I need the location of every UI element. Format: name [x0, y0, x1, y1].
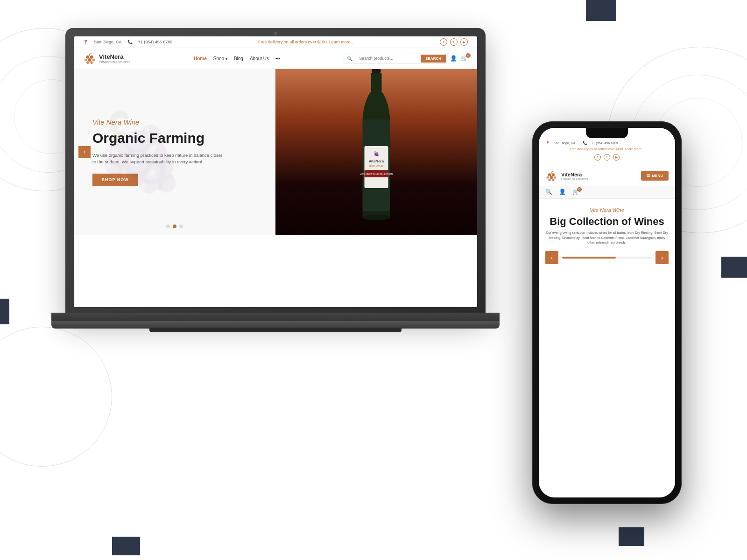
topbar-social: f t ▶: [440, 38, 468, 46]
hero-dot-3[interactable]: [179, 224, 183, 228]
svg-point-0: [86, 56, 89, 59]
hero-prev-btn[interactable]: ‹: [78, 146, 91, 158]
phone-hero-title: Big Collection of Wines: [545, 216, 669, 228]
phone-text: +1 (954) 456 6789: [138, 40, 173, 44]
bg-rect-mid-left: [0, 299, 9, 324]
nav-shop[interactable]: Shop ▾: [213, 56, 227, 61]
site-logo: ViteNera Passion for Exellence: [83, 52, 130, 65]
hero-left: ‹ 🍇 Vite Nera Wine Organic Farming We us…: [74, 69, 275, 235]
phone-hero-prev[interactable]: ‹: [545, 251, 558, 264]
phone-location-row: 📍 San Diego, CA 📞 +1 (954) 456 6789: [545, 141, 669, 145]
site-topbar: 📍 San Diego, CA 📞 +1 (954) 456 6789 Free…: [74, 36, 477, 48]
phone-learn-more[interactable]: Learn more...: [625, 147, 644, 151]
svg-point-22: [550, 176, 553, 179]
phone-social-icons: f t ▶: [545, 154, 669, 161]
svg-rect-10: [371, 73, 382, 91]
laptop-hinge: [149, 328, 402, 332]
svg-point-6: [90, 61, 93, 64]
bg-rect-mid-right: [721, 257, 747, 278]
svg-text:ViteNera: ViteNera: [369, 159, 384, 163]
phone-phone-number: +1 (954) 456 6789: [591, 141, 618, 145]
hero-watermark: 🍇: [94, 108, 187, 196]
laptop: 📍 San Diego, CA 📞 +1 (954) 456 6789 Free…: [65, 28, 495, 392]
phone-icon: 📞: [127, 40, 133, 44]
svg-point-19: [362, 215, 390, 220]
wine-bottle-illustration: 🍇 ViteNera RED WINE VITE NERA WINE SELEC…: [354, 69, 399, 235]
phone-screen: 📍 San Diego, CA 📞 +1 (954) 456 6789 Free…: [539, 128, 675, 497]
svg-point-2: [88, 58, 92, 62]
learn-more-link[interactable]: Learn more...: [329, 40, 354, 44]
location-icon: 📍: [83, 40, 88, 44]
phone-website: 📍 San Diego, CA 📞 +1 (954) 456 6789 Free…: [539, 128, 675, 497]
phone-location: San Diego, CA: [554, 141, 575, 145]
svg-text:VITE NERA WINE SELECTION: VITE NERA WINE SELECTION: [360, 173, 393, 175]
phone-cart-icon[interactable]: 🛒 0: [572, 189, 579, 195]
search-button[interactable]: SEARCH: [421, 55, 446, 63]
twitter-icon[interactable]: t: [450, 38, 458, 46]
svg-text:🍇: 🍇: [374, 151, 380, 157]
phone-user-icon[interactable]: 👤: [559, 189, 566, 195]
location-text: San Diego, CA: [94, 40, 122, 44]
site-navbar: ViteNera Passion for Exellence Home Shop…: [74, 48, 477, 69]
laptop-screen: 📍 San Diego, CA 📞 +1 (954) 456 6789 Free…: [74, 36, 477, 307]
svg-point-3: [85, 59, 87, 62]
phone-notch: [586, 128, 628, 138]
website: 📍 San Diego, CA 📞 +1 (954) 456 6789 Free…: [74, 36, 477, 307]
phone-hero: Vite Nera Wine Big Collection of Wines O…: [539, 199, 675, 271]
svg-point-20: [548, 173, 551, 176]
topbar-left: 📍 San Diego, CA 📞 +1 (954) 456 6789: [83, 40, 172, 44]
hero-dots: [166, 224, 183, 228]
phone-nav-icons-row: 🔍 👤 🛒 0: [539, 186, 675, 198]
hero-dot-2[interactable]: [173, 224, 176, 228]
phone-hero-nav: ‹ ›: [545, 251, 669, 264]
phone-facebook-icon[interactable]: f: [594, 154, 601, 161]
svg-line-8: [90, 53, 92, 54]
nav-about[interactable]: About Us: [250, 56, 269, 61]
phone-hero-next[interactable]: ›: [655, 251, 669, 264]
phone-location-icon: 📍: [545, 141, 550, 145]
phone-search-icon[interactable]: 🔍: [545, 189, 552, 195]
site-hero: ‹ 🍇 Vite Nera Wine Organic Farming We us…: [74, 69, 477, 235]
phone-twitter-icon[interactable]: t: [604, 154, 610, 161]
hamburger-icon: ☰: [647, 174, 650, 178]
svg-point-25: [549, 179, 551, 181]
hero-dot-1[interactable]: [166, 224, 170, 228]
cart-icon[interactable]: 🛒: [461, 55, 468, 62]
facebook-icon[interactable]: f: [440, 38, 447, 46]
topbar-center: Free delivery on all orders over $150. L…: [258, 40, 354, 44]
phone-hero-description: Our ever-growing selection includes wine…: [545, 231, 669, 245]
nav-home[interactable]: Home: [194, 56, 207, 61]
nav-more[interactable]: •••: [275, 56, 281, 61]
user-icon[interactable]: 👤: [450, 55, 457, 62]
svg-text:RED WINE: RED WINE: [369, 165, 383, 168]
svg-point-1: [90, 56, 93, 59]
phone-body: 📍 San Diego, CA 📞 +1 (954) 456 6789 Free…: [532, 121, 682, 504]
bg-rect-top: [586, 0, 616, 21]
svg-point-24: [554, 176, 556, 178]
svg-point-21: [552, 173, 555, 176]
logo-grape-icon: [83, 52, 96, 65]
phone-youtube-icon[interactable]: ▶: [613, 154, 620, 161]
svg-point-23: [547, 176, 549, 178]
youtube-icon[interactable]: ▶: [460, 38, 468, 46]
phone-hero-subtitle: Vite Nera Wine: [545, 207, 669, 213]
svg-rect-9: [372, 69, 381, 73]
svg-line-28: [551, 171, 553, 172]
phone-logo-grape-icon: [545, 170, 557, 182]
site-search[interactable]: 🔍 SEARCH: [344, 54, 446, 63]
site-nav: Home Shop ▾ Blog About Us •••: [194, 56, 281, 61]
scene-container: 📍 San Diego, CA 📞 +1 (954) 456 6789 Free…: [65, 28, 682, 523]
laptop-camera: [274, 32, 277, 35]
bg-rect-bottom-left: [112, 537, 140, 555]
nav-blog[interactable]: Blog: [234, 56, 243, 61]
logo-text: ViteNera Passion for Exellence: [99, 53, 130, 63]
phone-delivery-text: Free delivery on all orders over $150. L…: [545, 147, 669, 152]
phone-menu-button[interactable]: ☰ MENU: [641, 171, 669, 181]
search-input[interactable]: [355, 54, 421, 63]
bg-rect-bottom-right: [619, 527, 644, 546]
phone-logo-text: ViteNera Passion for Exellence: [561, 172, 588, 180]
svg-point-4: [92, 59, 95, 62]
laptop-base: [51, 313, 500, 322]
svg-point-26: [552, 179, 554, 181]
laptop-body: 📍 San Diego, CA 📞 +1 (954) 456 6789 Free…: [65, 28, 486, 317]
